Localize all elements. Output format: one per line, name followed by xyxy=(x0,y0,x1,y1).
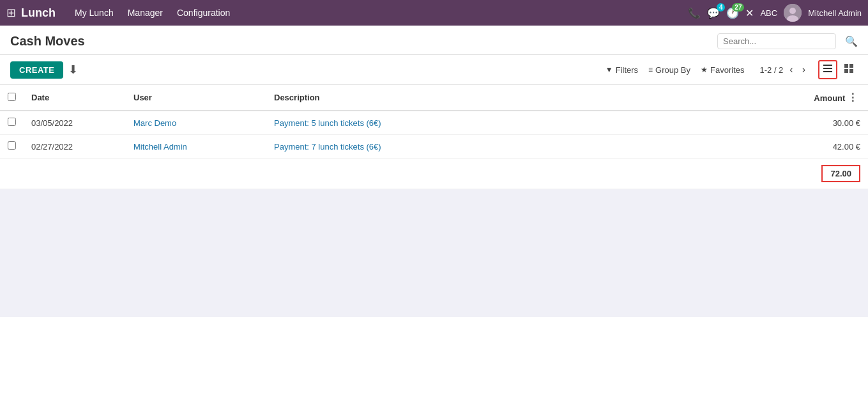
svg-rect-3 xyxy=(823,65,832,66)
svg-rect-8 xyxy=(844,69,848,73)
cash-moves-table: Date User Description Amount ⋮ 03/05/202… xyxy=(0,85,868,189)
groupby-button[interactable]: ≡ Group By xyxy=(648,65,690,75)
avatar[interactable] xyxy=(784,4,802,22)
search-wrapper xyxy=(717,33,836,49)
row1-amount: 30.00 € xyxy=(666,111,868,135)
download-icon[interactable]: ⬇ xyxy=(68,63,78,77)
summary-row: 72.00 xyxy=(0,159,868,189)
empty-area xyxy=(0,189,868,317)
row2-checkbox[interactable] xyxy=(8,141,16,150)
username: Mitchell Admin xyxy=(808,8,862,18)
search-icon[interactable]: 🔍 xyxy=(845,35,858,47)
summary-spacer xyxy=(0,159,666,189)
pagination-text: 1-2 / 2 xyxy=(759,65,783,75)
svg-rect-5 xyxy=(823,71,832,72)
svg-rect-9 xyxy=(849,69,853,73)
nav-manager[interactable]: Manager xyxy=(121,5,169,20)
pagination-prev[interactable]: ‹ xyxy=(787,63,795,77)
header-description: Description xyxy=(266,85,666,111)
toolbar-row: CREATE ⬇ ▼ Filters ≡ Group By ★ Favorite… xyxy=(0,55,868,85)
svg-rect-7 xyxy=(849,64,853,68)
chat-icon[interactable]: 💬4 xyxy=(707,7,720,19)
svg-rect-6 xyxy=(844,64,848,68)
abc-label: ABC xyxy=(760,8,777,18)
row1-checkbox[interactable] xyxy=(8,118,16,126)
select-all-checkbox[interactable] xyxy=(8,93,16,101)
app-name[interactable]: Lunch xyxy=(21,6,56,20)
view-toggle xyxy=(818,60,858,79)
filters-label: Filters xyxy=(616,65,638,75)
search-input[interactable] xyxy=(723,36,830,46)
favorites-label: Favorites xyxy=(710,65,744,75)
row2-user[interactable]: Mitchell Admin xyxy=(126,135,266,159)
topnav-menu: My Lunch Manager Configuration xyxy=(68,5,236,20)
summary-total: 72.00 xyxy=(821,165,860,182)
table-row: 02/27/2022 Mitchell Admin Payment: 7 lun… xyxy=(0,135,868,159)
groupby-label: Group By xyxy=(655,65,690,75)
row1-description[interactable]: Payment: 5 lunch tickets (6€) xyxy=(266,111,666,135)
title-row: Cash Moves 🔍 xyxy=(0,26,868,55)
groupby-icon: ≡ xyxy=(648,65,653,74)
activity-icon[interactable]: 🕐27 xyxy=(726,7,739,19)
topnav: ⊞ Lunch My Lunch Manager Configuration 📞… xyxy=(0,0,868,26)
page-title: Cash Moves xyxy=(10,34,85,49)
row1-checkbox-cell xyxy=(0,111,24,135)
column-options-icon[interactable]: ⋮ xyxy=(848,92,858,103)
filter-icon: ▼ xyxy=(605,65,613,74)
svg-point-1 xyxy=(789,8,796,14)
pagination-next[interactable]: › xyxy=(800,63,808,77)
favorites-button[interactable]: ★ Favorites xyxy=(701,65,744,75)
row2-checkbox-cell xyxy=(0,135,24,159)
pagination-group: 1-2 / 2 ‹ › xyxy=(759,63,808,77)
star-icon: ★ xyxy=(701,65,708,74)
header-user: User xyxy=(126,85,266,111)
close-icon[interactable]: ✕ xyxy=(745,7,754,19)
phone-icon[interactable]: 📞 xyxy=(688,7,701,19)
main-content: Cash Moves 🔍 CREATE ⬇ ▼ Filters ≡ Group … xyxy=(0,26,868,406)
svg-rect-4 xyxy=(823,68,832,69)
filter-group: ▼ Filters ≡ Group By ★ Favorites xyxy=(605,65,745,75)
list-view-button[interactable] xyxy=(818,60,837,79)
chat-badge: 4 xyxy=(717,3,726,12)
header-amount: Amount ⋮ xyxy=(666,85,868,111)
nav-configuration[interactable]: Configuration xyxy=(171,5,236,20)
nav-my-lunch[interactable]: My Lunch xyxy=(68,5,120,20)
header-date: Date xyxy=(24,85,126,111)
row1-user[interactable]: Marc Demo xyxy=(126,111,266,135)
activity-badge: 27 xyxy=(732,3,744,12)
row1-date: 03/05/2022 xyxy=(24,111,126,135)
create-button[interactable]: CREATE xyxy=(10,61,63,79)
row2-description[interactable]: Payment: 7 lunch tickets (6€) xyxy=(266,135,666,159)
summary-cell: 72.00 xyxy=(666,159,868,189)
header-checkbox-cell xyxy=(0,85,24,111)
filters-button[interactable]: ▼ Filters xyxy=(605,65,638,75)
table-row: 03/05/2022 Marc Demo Payment: 5 lunch ti… xyxy=(0,111,868,135)
row2-date: 02/27/2022 xyxy=(24,135,126,159)
header-right: 🔍 xyxy=(717,33,858,49)
row2-amount: 42.00 € xyxy=(666,135,868,159)
grid-view-button[interactable] xyxy=(840,61,858,79)
table-header-row: Date User Description Amount ⋮ xyxy=(0,85,868,111)
grid-icon[interactable]: ⊞ xyxy=(6,6,16,20)
table-container: Date User Description Amount ⋮ 03/05/202… xyxy=(0,85,868,189)
topnav-icons: 📞 💬4 🕐27 ✕ ABC Mitchell Admin xyxy=(688,4,862,22)
